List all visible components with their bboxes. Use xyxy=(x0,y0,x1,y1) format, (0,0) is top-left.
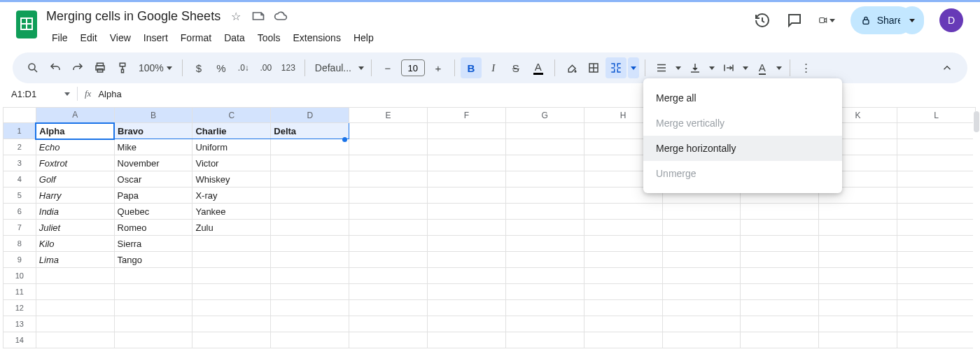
cell[interactable] xyxy=(271,139,349,155)
cell[interactable] xyxy=(819,236,897,252)
formula-value[interactable]: Alpha xyxy=(98,89,121,99)
cell[interactable] xyxy=(349,300,428,316)
cell-A8[interactable]: Kilo xyxy=(36,236,114,252)
cell[interactable] xyxy=(897,236,976,252)
cell[interactable] xyxy=(427,284,505,300)
star-icon[interactable]: ☆ xyxy=(229,9,243,23)
cell[interactable] xyxy=(662,284,741,300)
cell[interactable] xyxy=(741,332,819,348)
col-header-G[interactable]: G xyxy=(505,108,584,123)
cell[interactable] xyxy=(819,300,897,316)
merge-vertically-item[interactable]: Merge vertically xyxy=(643,111,842,136)
cell[interactable] xyxy=(427,236,505,252)
cell[interactable] xyxy=(349,204,428,220)
cell[interactable] xyxy=(427,139,505,155)
cell[interactable] xyxy=(584,204,662,220)
cell[interactable] xyxy=(271,236,349,252)
cell[interactable] xyxy=(662,300,741,316)
cell[interactable] xyxy=(584,300,662,316)
cell[interactable] xyxy=(505,123,584,139)
cell[interactable] xyxy=(819,204,897,220)
cell[interactable] xyxy=(819,332,897,348)
increase-decimal-icon[interactable]: .00 xyxy=(255,57,276,78)
cell-A5[interactable]: Harry xyxy=(36,187,114,204)
undo-icon[interactable] xyxy=(45,57,66,78)
h-align-button[interactable] xyxy=(651,57,672,78)
cell[interactable] xyxy=(741,236,819,252)
cell[interactable] xyxy=(819,252,897,268)
unmerge-item[interactable]: Unmerge xyxy=(643,161,842,186)
italic-button[interactable]: I xyxy=(483,57,504,78)
fill-color-button[interactable] xyxy=(561,57,582,78)
cell[interactable] xyxy=(505,204,584,220)
row-header-7[interactable]: 7 xyxy=(4,220,36,236)
redo-icon[interactable] xyxy=(67,57,88,78)
cell[interactable] xyxy=(349,171,428,187)
cell[interactable] xyxy=(114,268,192,284)
cell-C1[interactable]: Charlie xyxy=(192,123,271,139)
cell[interactable] xyxy=(505,252,584,268)
merge-cells-button[interactable] xyxy=(606,57,626,78)
font-select[interactable]: Defaul... xyxy=(311,62,365,73)
cell[interactable] xyxy=(897,252,976,268)
cell[interactable] xyxy=(427,187,505,204)
currency-icon[interactable]: $ xyxy=(188,57,209,78)
cell[interactable] xyxy=(662,220,741,236)
cell[interactable] xyxy=(427,123,505,139)
cell-C7[interactable]: Zulu xyxy=(192,220,271,236)
cell-C5[interactable]: X-ray xyxy=(192,187,271,204)
cell[interactable] xyxy=(505,171,584,187)
cell[interactable] xyxy=(897,155,976,171)
cell[interactable] xyxy=(349,139,428,155)
cell-A2[interactable]: Echo xyxy=(36,139,114,155)
cell[interactable] xyxy=(114,316,192,332)
cell[interactable] xyxy=(36,268,114,284)
cell[interactable] xyxy=(114,332,192,348)
cell[interactable] xyxy=(741,316,819,332)
row-header-12[interactable]: 12 xyxy=(4,300,36,316)
cell[interactable] xyxy=(662,252,741,268)
cell[interactable] xyxy=(897,123,976,139)
collapse-toolbar-icon[interactable] xyxy=(937,57,958,78)
cell[interactable] xyxy=(36,300,114,316)
meet-icon[interactable] xyxy=(818,12,835,29)
cell[interactable] xyxy=(427,204,505,220)
menu-file[interactable]: File xyxy=(46,29,74,46)
cell[interactable] xyxy=(349,123,428,139)
cell-B5[interactable]: Papa xyxy=(114,187,192,204)
cell[interactable] xyxy=(114,284,192,300)
rotate-dropdown[interactable] xyxy=(774,57,784,78)
share-dropdown[interactable] xyxy=(900,6,924,34)
cell[interactable] xyxy=(192,316,271,332)
font-size-plus[interactable]: + xyxy=(428,57,449,78)
row-header-13[interactable]: 13 xyxy=(4,316,36,332)
cell-B4[interactable]: Oscar xyxy=(114,171,192,187)
cell[interactable] xyxy=(505,236,584,252)
cell[interactable] xyxy=(584,316,662,332)
wrap-dropdown[interactable] xyxy=(741,57,750,78)
row-header-8[interactable]: 8 xyxy=(4,236,36,252)
col-header-B[interactable]: B xyxy=(114,108,192,123)
cell-B8[interactable]: Sierra xyxy=(114,236,192,252)
cell[interactable] xyxy=(662,268,741,284)
cell-B9[interactable]: Tango xyxy=(114,252,192,268)
cell[interactable] xyxy=(505,155,584,171)
cell[interactable] xyxy=(271,300,349,316)
v-align-button[interactable] xyxy=(685,57,706,78)
cell[interactable] xyxy=(505,316,584,332)
cell[interactable] xyxy=(505,139,584,155)
menu-data[interactable]: Data xyxy=(218,29,251,46)
cell[interactable] xyxy=(271,284,349,300)
cell[interactable] xyxy=(36,316,114,332)
cell[interactable] xyxy=(819,220,897,236)
menu-insert[interactable]: Insert xyxy=(138,29,174,46)
app-logo[interactable] xyxy=(13,6,41,43)
row-header-4[interactable]: 4 xyxy=(4,171,36,187)
cell[interactable] xyxy=(819,268,897,284)
cell[interactable] xyxy=(427,268,505,284)
cell-A1[interactable]: Alpha xyxy=(36,123,114,139)
select-all-corner[interactable] xyxy=(4,108,36,123)
cloud-status-icon[interactable] xyxy=(274,9,288,23)
rotate-button[interactable]: A xyxy=(752,57,773,78)
menu-edit[interactable]: Edit xyxy=(75,29,103,46)
